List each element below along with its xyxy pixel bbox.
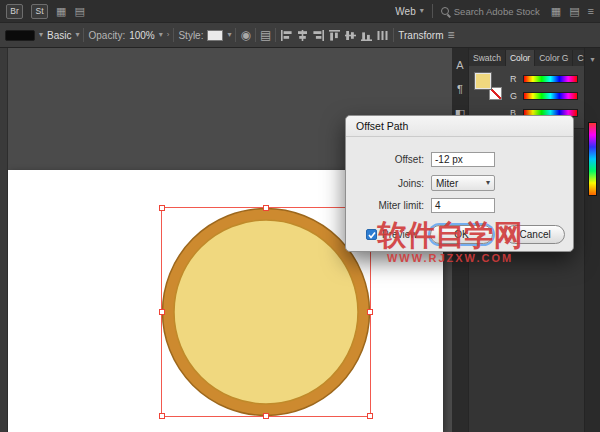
selection-handle[interactable] xyxy=(367,413,373,419)
search-icon xyxy=(441,7,449,15)
style-label: Style: xyxy=(178,30,203,41)
separator xyxy=(393,28,394,42)
tools-panel-edge xyxy=(0,48,8,432)
separator xyxy=(235,28,236,42)
preview-checkbox[interactable] xyxy=(366,229,377,240)
miter-limit-label: Miter limit: xyxy=(346,200,424,211)
tab-swatches[interactable]: Swatch xyxy=(469,50,506,66)
offset-label: Offset: xyxy=(346,154,424,165)
selection-handle[interactable] xyxy=(367,309,373,315)
collapsed-dock: ▾ xyxy=(584,48,600,432)
separator xyxy=(275,28,276,42)
app-menubar: Br St ▦ ▤ Web ▾ Search Adobe Stock ▦ ▤ ≡ xyxy=(0,0,600,22)
chevron-down-icon[interactable]: ▾ xyxy=(227,31,231,39)
arrange-documents-icon[interactable]: ▦ xyxy=(56,6,66,17)
separator xyxy=(83,28,84,42)
transform-link[interactable]: Transform xyxy=(398,30,443,41)
stock-search-field[interactable]: Search Adobe Stock xyxy=(441,6,543,17)
check-icon xyxy=(368,231,376,239)
opacity-label: Opacity: xyxy=(88,30,125,41)
dialog-title: Offset Path xyxy=(356,120,408,132)
chevron-down-icon: ▾ xyxy=(486,179,490,187)
miter-limit-row: Miter limit: 4 xyxy=(346,198,573,213)
rgb-sliders: R G B xyxy=(510,73,578,118)
panel-tabs: Swatch Color Color G C xyxy=(469,48,584,66)
selection-handle[interactable] xyxy=(263,413,269,419)
cancel-button[interactable]: Cancel xyxy=(505,225,565,244)
align-right-icon[interactable] xyxy=(312,29,325,42)
tab-color-guide[interactable]: Color G xyxy=(535,50,573,66)
stroke-preview[interactable] xyxy=(5,30,35,41)
miter-limit-input[interactable]: 4 xyxy=(431,198,495,213)
tab-clipped[interactable]: C xyxy=(573,50,584,66)
joins-select[interactable]: Miter ▾ xyxy=(431,175,495,191)
character-panel-icon[interactable]: A xyxy=(456,59,463,71)
document-setup-icon[interactable]: ▤ xyxy=(260,29,271,41)
offset-path-dialog: Offset Path Offset: -12 px Joins: Miter … xyxy=(345,115,574,252)
chevron-down-icon[interactable]: ▾ xyxy=(75,31,79,39)
stock-button[interactable]: St xyxy=(31,4,48,19)
red-slider[interactable] xyxy=(523,75,578,83)
dialog-titlebar[interactable]: Offset Path xyxy=(346,116,573,137)
red-channel-label: R xyxy=(510,74,518,84)
style-swatch[interactable] xyxy=(207,30,223,41)
separator xyxy=(173,28,174,42)
fill-stroke-indicator[interactable] xyxy=(475,73,502,100)
chevron-down-icon: ▾ xyxy=(420,7,424,15)
joins-row: Joins: Miter ▾ xyxy=(346,175,573,191)
offset-row: Offset: -12 px xyxy=(346,152,573,167)
control-bar: ▾ Basic ▾ Opacity: 100% ▾ › Style: ▾ ◉ ▤… xyxy=(0,22,600,48)
grid-view-icon[interactable]: ▦ xyxy=(551,6,561,17)
selection-handle[interactable] xyxy=(263,205,269,211)
align-top-icon[interactable] xyxy=(328,29,341,42)
workspace-label: Web xyxy=(395,6,415,17)
chevron-down-icon[interactable]: ▾ xyxy=(590,56,594,64)
document-layout-icon[interactable]: ▤ xyxy=(74,6,84,17)
workspace-layout-icon[interactable]: ▤ xyxy=(569,6,579,17)
offset-input[interactable]: -12 px xyxy=(431,152,495,167)
opacity-value[interactable]: 100% xyxy=(129,30,155,41)
fill-swatch[interactable] xyxy=(475,73,491,89)
chevron-right-icon[interactable]: › xyxy=(167,31,170,39)
joins-value: Miter xyxy=(436,178,458,189)
align-middle-icon[interactable] xyxy=(344,29,357,42)
separator xyxy=(255,28,256,42)
paragraph-panel-icon[interactable]: ¶ xyxy=(457,83,463,95)
chevron-down-icon[interactable]: ▾ xyxy=(39,31,43,39)
illustrator-window: Br St ▦ ▤ Web ▾ Search Adobe Stock ▦ ▤ ≡… xyxy=(0,0,600,432)
color-spectrum-strip[interactable] xyxy=(588,122,597,196)
align-group xyxy=(280,29,389,42)
dialog-footer: Preview OK Cancel xyxy=(366,225,565,244)
distribute-icon[interactable] xyxy=(376,29,389,42)
tab-color[interactable]: Color xyxy=(506,50,535,66)
joins-label: Joins: xyxy=(346,178,424,189)
selection-handle[interactable] xyxy=(159,205,165,211)
slider-row-green: G xyxy=(510,91,578,101)
workspace-switcher[interactable]: Web ▾ xyxy=(395,6,423,17)
app-menu-icon[interactable]: ≡ xyxy=(588,6,594,17)
align-left-icon[interactable] xyxy=(280,29,293,42)
green-channel-label: G xyxy=(510,91,518,101)
chevron-down-icon[interactable]: ▾ xyxy=(159,31,163,39)
panel-menu-icon[interactable]: ≡ xyxy=(448,29,455,41)
preview-label: Preview xyxy=(382,229,418,240)
slider-row-red: R xyxy=(510,74,578,84)
recolor-artwork-icon[interactable]: ◉ xyxy=(240,29,250,41)
brush-preset-select[interactable]: Basic xyxy=(47,30,71,41)
green-slider[interactable] xyxy=(523,92,578,100)
search-placeholder: Search Adobe Stock xyxy=(454,6,540,17)
align-bottom-icon[interactable] xyxy=(360,29,373,42)
separator xyxy=(432,4,433,18)
ok-button[interactable]: OK xyxy=(430,225,494,244)
selection-handle[interactable] xyxy=(159,309,165,315)
bridge-button[interactable]: Br xyxy=(6,4,23,19)
selection-handle[interactable] xyxy=(159,413,165,419)
selection-bounding-box xyxy=(161,207,371,417)
align-center-icon[interactable] xyxy=(296,29,309,42)
